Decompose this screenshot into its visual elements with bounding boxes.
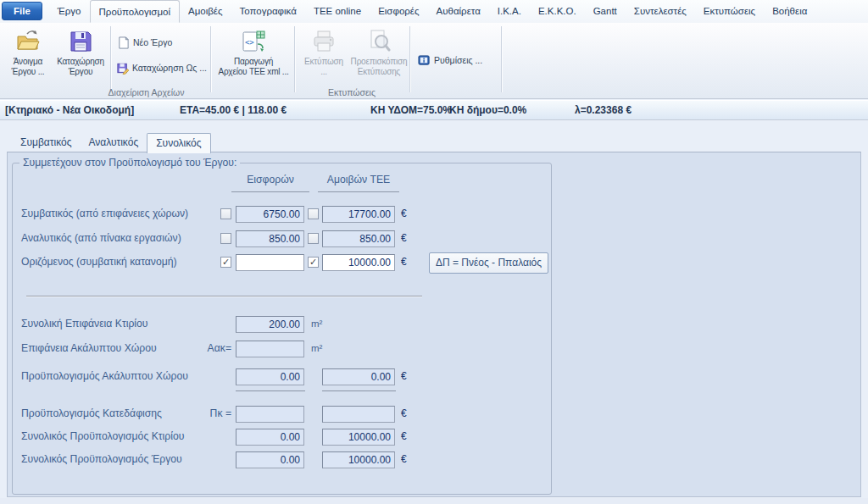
checkbox-amoibon[interactable] [308, 208, 319, 219]
row-label: Συμβατικός (από επιφάνειες χώρων) [21, 208, 188, 219]
value-amoibon-input[interactable]: 10000.00 [322, 254, 395, 271]
ribbon-tab-amoibes[interactable]: Αμοιβές [180, 0, 231, 23]
value-eisforon-input[interactable] [236, 254, 304, 271]
print-label-1: Εκτύπωση [298, 57, 350, 67]
ribbon-tab-ergo[interactable]: Έργο [49, 0, 90, 23]
ribbon-group-separator [294, 26, 295, 92]
value-eisforon[interactable]: 0.00 [236, 368, 304, 385]
ribbon-tab-bar: File Έργο Προϋπολογισμοί Αμοιβές Τοπογρα… [0, 0, 868, 23]
row-label: Επιφάνεια Ακάλυπτου Χώρου [21, 342, 157, 354]
value-amoibon[interactable] [322, 406, 395, 423]
ribbon-tab-syntelestes[interactable]: Συντελεστές [626, 0, 695, 23]
value-amoibon[interactable]: 10000.00 [322, 429, 395, 446]
open-folder-icon [14, 28, 42, 55]
save-project-button[interactable]: Καταχώρηση Έργου [53, 25, 108, 88]
euro-unit: € [401, 208, 407, 219]
column-header-eisforon: Εισφορών [231, 174, 309, 192]
new-project-button[interactable]: Νέο Έργο [117, 33, 207, 52]
row-label: Προϋπολογισμός Κατεδάφισης [21, 407, 162, 419]
sqm-unit: m² [311, 318, 322, 329]
budget-groupbox: Συμμετέχουν στον Προϋπολογισμό του Έργου… [12, 163, 552, 495]
area-row-open-space: Επιφάνεια Ακάλυπτου Χώρου Αακ= m² [13, 341, 551, 359]
ribbon-tab-ektyposeis[interactable]: Εκτυπώσεις [695, 0, 764, 23]
status-bar: [Κτηριακό - Νέα Οικοδομή] ΕΤΑ=45.00 € | … [0, 100, 868, 120]
floppy-disk-icon [67, 28, 94, 55]
ribbon-tab-gantt[interactable]: Gantt [585, 0, 626, 23]
groupbox-title: Συμμετέχουν στον Προϋπολογισμό του Έργου… [19, 157, 240, 169]
generate-tee-xml-button[interactable]: <> Παραγωγή Αρχείου TEE xml ... [214, 25, 293, 88]
ribbon-tab-proypologismoi[interactable]: Προϋπολογισμοί [90, 0, 180, 23]
row-label: Συνολική Επιφάνεια Κτιρίου [21, 318, 148, 330]
checkbox-eisforon[interactable] [220, 233, 231, 244]
value-amoibon[interactable]: 10000.00 [322, 451, 395, 468]
status-kh-dimou-value: ΚΗ δήμου=0.0% [449, 101, 526, 120]
save-as-button[interactable]: Καταχώρηση Ως ... [117, 58, 207, 77]
ribbon-group-separator [409, 26, 410, 92]
row-label: Προϋπολογισμός Ακάλυπτου Χώρου [21, 370, 188, 382]
row-label: Συνολικός Προϋπολογισμός Έργου [21, 453, 182, 465]
status-lambda-value: λ=0.23368 € [575, 101, 632, 120]
euro-unit: € [401, 453, 407, 465]
save-project-label-2: Έργου [53, 67, 108, 77]
column-header-amoibon-tee: Αμοιβών TEE [318, 174, 399, 192]
ribbon-tab-boitheia[interactable]: Βοήθεια [764, 0, 815, 23]
dp-formula-button[interactable]: ΔΠ = Πνέος - Ππαλαιός [429, 252, 548, 274]
ribbon-tab-ika[interactable]: Ι.Κ.Α. [489, 0, 530, 23]
ribbon-tab-tee-online[interactable]: TEE online [305, 0, 370, 23]
value-amoibon[interactable]: 850.00 [322, 230, 395, 247]
ribbon-separator [110, 26, 111, 92]
print-preview-label-2: Εκτύπωσης [350, 67, 408, 77]
open-project-label-2: Έργου ... [3, 67, 53, 77]
euro-unit: € [401, 430, 407, 442]
sum-line [236, 390, 305, 391]
generate-xml-label-2: Αρχείου TEE xml ... [214, 67, 293, 77]
ribbon-tab-topografika[interactable]: Τοπογραφικά [231, 0, 305, 23]
value-eisforon[interactable] [236, 406, 304, 423]
ribbon-tab-authaireta[interactable]: Αυθαίρετα [428, 0, 489, 23]
new-document-icon [117, 36, 130, 49]
print-preview-button[interactable]: Προεπισκόπιση Εκτύπωσης [350, 25, 408, 88]
euro-unit: € [401, 232, 407, 244]
ribbon-separator [210, 26, 211, 92]
pk-prefix-label: Πκ = [178, 407, 231, 419]
sqm-unit: m² [311, 343, 322, 353]
window-bottom-strip [0, 498, 868, 504]
ribbon-group-separator [501, 26, 502, 92]
print-button[interactable]: Εκτύπωση ... [298, 25, 350, 88]
row-label: Συνολικός Προϋπολογισμός Κτιρίου [21, 430, 184, 442]
ribbon-tab-ekko[interactable]: Ε.Κ.Κ.Ο. [530, 0, 585, 23]
row-label: Αναλυτικός (από πίνακα εργασιών) [21, 232, 181, 244]
budget-row-symbatikos: Συμβατικός (από επιφάνειες χώρων) 6750.0… [13, 206, 551, 224]
aak-prefix-label: Αακ= [178, 342, 231, 354]
checkbox-amoibon[interactable]: ✓ [308, 257, 319, 268]
budget-row-analytikos: Αναλυτικός (από πίνακα εργασιών) 850.00 … [13, 230, 551, 249]
total-row-building-budget: Συνολικός Προϋπολογισμός Κτιρίου 0.00 10… [13, 429, 551, 447]
euro-unit: € [401, 256, 407, 268]
tab-symbatikos[interactable]: Συμβατικός [12, 133, 80, 152]
checkbox-amoibon[interactable] [308, 233, 319, 244]
checkbox-eisforon[interactable]: ✓ [220, 257, 231, 268]
value-eisforon[interactable]: 0.00 [236, 429, 304, 446]
tab-analytikos[interactable]: Αναλυτικός [80, 133, 147, 152]
ribbon-tab-eisfores[interactable]: Εισφορές [370, 0, 427, 23]
save-as-label: Καταχώρηση Ως ... [132, 63, 207, 73]
value-eisforon[interactable]: 850.00 [236, 230, 304, 247]
value-amoibon[interactable]: 17700.00 [322, 206, 395, 223]
status-project-type: [Κτηριακό - Νέα Οικοδομή] [5, 101, 134, 120]
open-space-value[interactable] [236, 341, 304, 357]
tab-synolikos[interactable]: Συνολικός [147, 133, 210, 153]
sum-line [322, 390, 396, 391]
status-kh-ydom-value: ΚΗ ΥΔΟΜ=75.0% [370, 101, 452, 120]
surface-value[interactable]: 200.00 [236, 316, 304, 333]
save-as-icon [117, 62, 129, 75]
value-eisforon[interactable]: 0.00 [236, 451, 304, 468]
value-eisforon[interactable]: 6750.00 [236, 206, 304, 223]
status-eta-value: ΕΤΑ=45.00 € | 118.00 € [180, 101, 287, 120]
checkbox-eisforon[interactable] [220, 208, 231, 219]
total-row-demolition-budget: Προϋπολογισμός Κατεδάφισης Πκ = € [13, 406, 551, 424]
file-menu-button[interactable]: File [2, 2, 42, 20]
value-amoibon[interactable]: 0.00 [322, 368, 395, 385]
settings-label: Ρυθμίσεις ... [434, 55, 482, 65]
settings-button[interactable]: Ρυθμίσεις ... [418, 51, 498, 69]
open-project-button[interactable]: Άνοιγμα Έργου ... [3, 25, 53, 88]
